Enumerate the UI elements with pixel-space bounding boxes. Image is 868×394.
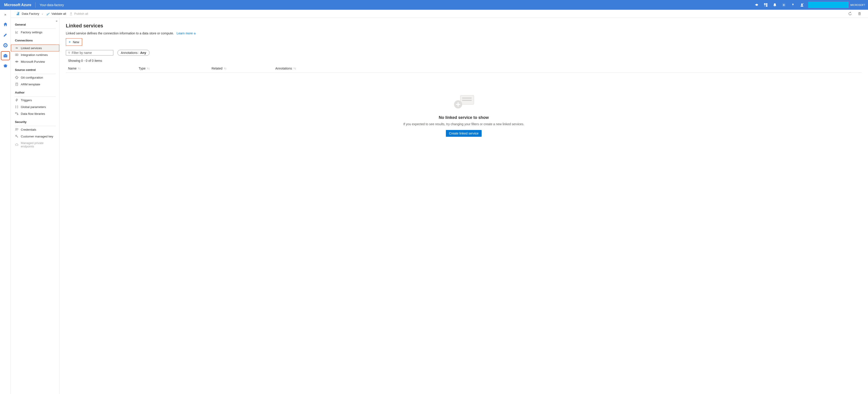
chart-icon	[15, 30, 19, 34]
refresh-button[interactable]	[847, 11, 853, 17]
eye-icon	[15, 60, 19, 63]
new-linked-service-button[interactable]: ＋ New	[66, 38, 82, 46]
svg-point-7	[5, 45, 6, 46]
key-person-icon	[15, 128, 19, 131]
svg-rect-14	[16, 54, 18, 56]
filter-name-input[interactable]	[72, 51, 111, 55]
nav-label: Customer managed key	[21, 135, 53, 138]
switcher-icon[interactable]	[761, 0, 770, 10]
validate-all-button[interactable]: Validate all	[46, 12, 66, 16]
svg-point-15	[16, 54, 17, 55]
svg-point-23	[16, 135, 17, 136]
command-bar: Data Factory ⌄ Validate all Publish all	[11, 10, 868, 18]
nav-purview[interactable]: Microsoft Purview	[11, 58, 59, 65]
nav-git-config[interactable]: Git configuration	[11, 74, 59, 81]
header-left: Microsoft Azure Your-data-factory	[0, 2, 68, 8]
flow-icon	[15, 112, 19, 115]
svg-point-16	[16, 61, 17, 62]
col-related[interactable]: Related ↑↓	[212, 66, 273, 70]
publish-label: Publish all	[74, 12, 88, 16]
rail-manage-icon[interactable]	[2, 52, 9, 60]
svg-point-22	[16, 129, 17, 129]
annotations-value: Any	[140, 51, 146, 55]
svg-rect-9	[4, 54, 6, 55]
rail-home-icon[interactable]	[2, 21, 9, 28]
sidebar-collapse-toggle[interactable]: «	[56, 19, 58, 23]
nav-cmk[interactable]: Customer managed key	[11, 133, 59, 140]
annotations-label: Annotations :	[121, 51, 140, 55]
gear-box-icon	[15, 53, 19, 57]
delete-button[interactable]	[856, 11, 863, 17]
nav-dataflow-libs[interactable]: Data flow libraries	[11, 110, 59, 117]
svg-rect-2	[766, 5, 767, 6]
nav-triggers[interactable]: Triggers	[11, 97, 59, 104]
empty-description: If you expected to see results, try chan…	[403, 122, 524, 126]
nav-label: Global parameters	[21, 105, 46, 109]
svg-point-3	[783, 4, 784, 5]
announcements-icon[interactable]	[752, 0, 761, 10]
desc-text: Linked service defines the connection in…	[66, 31, 174, 35]
svg-point-18	[17, 78, 18, 78]
global-header: Microsoft Azure Your-data-factory MICROS…	[0, 0, 868, 10]
section-connections: Connections	[11, 35, 59, 44]
trash-icon	[858, 12, 862, 16]
svg-rect-11	[17, 14, 17, 15]
nav-label: Triggers	[21, 98, 32, 102]
empty-state: No linked service to show If you expecte…	[66, 93, 862, 137]
settings-icon[interactable]	[779, 0, 788, 10]
nav-label: Microsoft Purview	[21, 60, 45, 63]
nav-credentials[interactable]: Credentials	[11, 126, 59, 133]
key-icon	[15, 135, 19, 138]
nav-integration-runtimes[interactable]: Integration runtimes	[11, 51, 59, 58]
empty-title: No linked service to show	[439, 115, 489, 120]
section-source-control: Source control	[11, 65, 59, 73]
nav-factory-settings[interactable]: Factory settings	[11, 29, 59, 35]
nav-private-endpoints: Managed private endpoints	[11, 140, 59, 150]
svg-rect-13	[19, 12, 19, 15]
notifications-icon[interactable]	[770, 0, 779, 10]
svg-rect-0	[764, 3, 765, 4]
col-type[interactable]: Type ↑↓	[139, 66, 209, 70]
resource-name[interactable]: Your-data-factory	[35, 3, 68, 7]
upload-icon	[69, 12, 73, 16]
icon-rail: »	[0, 10, 11, 394]
refresh-icon	[848, 12, 852, 16]
rail-learn-icon[interactable]	[2, 62, 9, 70]
check-icon	[46, 12, 50, 16]
results-count: Showing 0 - 0 of 0 items	[68, 59, 859, 62]
nav-arm-template[interactable]: ARM template	[11, 81, 59, 88]
svg-rect-12	[18, 13, 18, 15]
svg-rect-20	[16, 113, 16, 113]
section-general: General	[11, 20, 59, 28]
account-pill[interactable]	[808, 1, 849, 8]
nav-label: Linked services	[21, 47, 42, 50]
rail-expand-toggle[interactable]: »	[4, 11, 6, 18]
workspace-selector[interactable]: Data Factory ⌄	[16, 12, 43, 16]
col-name[interactable]: Name ↑↓	[68, 66, 136, 70]
section-security: Security	[11, 117, 59, 125]
svg-rect-21	[17, 114, 18, 115]
learn-more-link[interactable]: Learn more ⧉	[177, 31, 196, 35]
nav-linked-services[interactable]: Linked services	[11, 45, 59, 51]
section-author: Author	[11, 88, 59, 95]
nav-global-params[interactable]: Global parameters	[11, 104, 59, 110]
template-icon	[15, 82, 19, 86]
account-block[interactable]	[806, 1, 850, 8]
col-annotations[interactable]: Annotations ↑↓	[275, 66, 320, 70]
plus-icon: ＋	[68, 39, 71, 45]
rail-monitor-icon[interactable]	[2, 41, 9, 49]
filter-row: Annotations : Any	[66, 50, 862, 56]
annotations-filter[interactable]: Annotations : Any	[117, 50, 150, 56]
feedback-icon[interactable]	[798, 0, 806, 10]
page-content: Linked services Linked service defines t…	[60, 18, 868, 394]
create-linked-service-button[interactable]: Create linked service	[446, 130, 482, 137]
nav-label: Data flow libraries	[21, 112, 45, 115]
filter-input-wrap[interactable]	[66, 50, 113, 55]
linked-services-table: Name ↑↓ Type ↑↓ Related ↑↓ Annotations	[66, 64, 862, 73]
help-icon[interactable]	[788, 0, 798, 10]
rail-author-icon[interactable]	[2, 31, 9, 39]
cloud-lock-icon	[15, 143, 19, 146]
nav-label: Factory settings	[21, 31, 42, 34]
brand-title[interactable]: Microsoft Azure	[0, 3, 35, 7]
sort-icon: ↑↓	[147, 67, 150, 70]
